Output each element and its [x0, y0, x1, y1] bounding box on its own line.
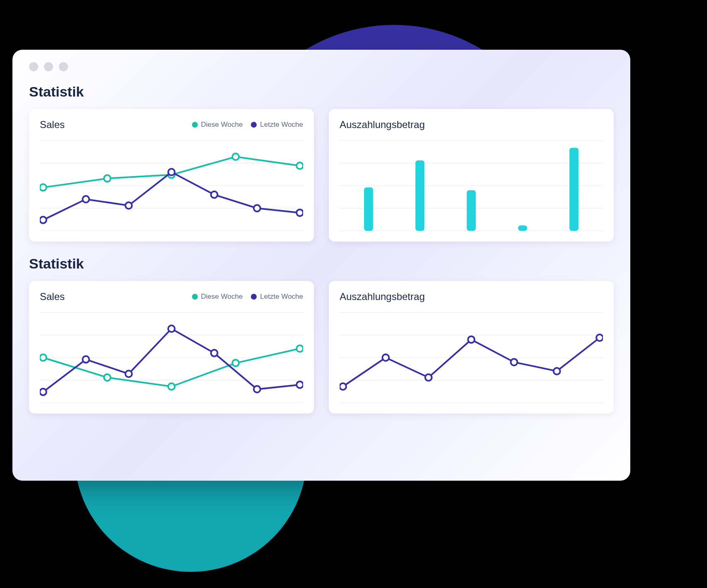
card-header: Auszahlungsbetrag: [340, 119, 603, 131]
svg-rect-22: [364, 187, 373, 231]
browser-window: Statistik Sales Diese Woche Letzte Woche: [12, 50, 630, 481]
svg-point-34: [168, 383, 175, 390]
section-title: Statistik: [29, 256, 614, 272]
svg-point-15: [254, 205, 260, 212]
chart-row: Sales Diese Woche Letzte Woche Auszahlun…: [29, 281, 614, 414]
sales-card: Sales Diese Woche Letzte Woche: [29, 281, 314, 414]
card-title: Auszahlungsbetrag: [340, 119, 425, 131]
legend-label: Diese Woche: [201, 121, 243, 129]
legend-label: Letzte Woche: [260, 293, 303, 301]
svg-point-41: [211, 350, 218, 356]
svg-point-40: [168, 325, 175, 332]
window-dot[interactable]: [44, 62, 53, 71]
svg-point-55: [596, 334, 603, 341]
card-header: Sales Diese Woche Letzte Woche: [40, 119, 303, 131]
svg-point-33: [104, 374, 111, 381]
section-title: Statistik: [29, 84, 614, 100]
window-dot[interactable]: [29, 62, 38, 71]
svg-point-51: [425, 374, 432, 381]
card-title: Auszahlungsbetrag: [340, 291, 425, 302]
svg-rect-24: [467, 190, 476, 231]
svg-point-54: [554, 368, 560, 375]
window-controls: [29, 62, 614, 71]
legend-dot-icon: [251, 122, 257, 128]
sales-line-chart: [40, 310, 303, 405]
payout-card: Auszahlungsbetrag: [329, 109, 614, 242]
svg-point-9: [296, 162, 303, 169]
sales-card: Sales Diese Woche Letzte Woche: [29, 109, 314, 242]
legend-label: Letzte Woche: [260, 121, 303, 129]
svg-point-10: [40, 217, 46, 223]
legend: Diese Woche Letzte Woche: [192, 121, 303, 129]
svg-point-8: [232, 153, 239, 160]
sales-line-chart: [40, 138, 303, 233]
svg-point-50: [382, 354, 389, 361]
card-title: Sales: [40, 119, 65, 131]
legend-item-this-week: Diese Woche: [192, 121, 243, 129]
svg-point-49: [340, 383, 346, 390]
svg-point-16: [296, 209, 303, 216]
payout-card: Auszahlungsbetrag: [329, 281, 614, 414]
svg-point-37: [40, 389, 46, 395]
legend-dot-icon: [192, 122, 198, 128]
legend-item-last-week: Letzte Woche: [251, 121, 303, 129]
svg-point-36: [296, 345, 303, 352]
card-title: Sales: [40, 291, 65, 302]
legend-item-this-week: Diese Woche: [192, 293, 243, 301]
svg-rect-25: [518, 225, 527, 231]
legend-dot-icon: [251, 294, 257, 300]
svg-point-5: [40, 184, 46, 191]
svg-point-11: [83, 196, 89, 203]
svg-point-13: [168, 169, 175, 175]
svg-point-53: [511, 359, 517, 365]
payout-line-chart: [340, 310, 603, 405]
card-header: Sales Diese Woche Letzte Woche: [40, 291, 303, 302]
svg-point-14: [211, 191, 218, 198]
legend-item-last-week: Letzte Woche: [251, 293, 303, 301]
chart-row: Sales Diese Woche Letzte Woche Auszahlun…: [29, 109, 614, 242]
window-dot[interactable]: [59, 62, 68, 71]
svg-point-35: [232, 360, 239, 366]
legend: Diese Woche Letzte Woche: [192, 293, 303, 301]
svg-rect-23: [415, 160, 425, 231]
svg-point-6: [104, 175, 111, 182]
payout-bar-chart: [340, 138, 603, 233]
svg-point-42: [254, 386, 260, 392]
svg-point-43: [296, 381, 303, 388]
card-header: Auszahlungsbetrag: [340, 291, 603, 302]
legend-dot-icon: [192, 294, 198, 300]
svg-point-38: [83, 356, 89, 363]
svg-point-32: [40, 354, 46, 361]
svg-point-52: [468, 336, 475, 343]
legend-label: Diese Woche: [201, 293, 243, 301]
svg-point-39: [125, 370, 132, 377]
svg-rect-26: [569, 148, 578, 231]
svg-point-12: [125, 202, 132, 209]
